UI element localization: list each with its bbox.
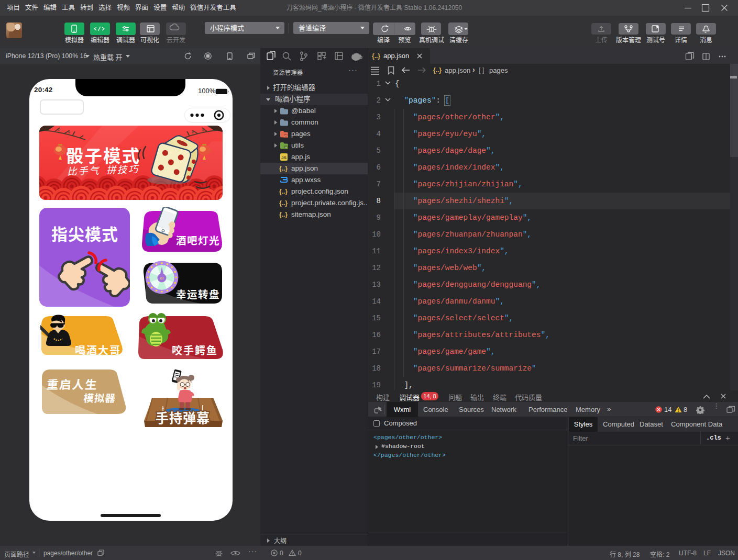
svg-text:JS: JS [281,155,287,160]
svg-text:手持弹幕: 手持弹幕 [156,408,210,427]
svg-text:比手气 拼技巧: 比手气 拼技巧 [67,162,140,178]
svg-text:<>: <> [284,135,288,138]
svg-text:+: + [285,145,288,150]
svg-text:喝酒大哥: 喝酒大哥 [75,342,121,357]
svg-text:60: 60 [160,276,164,280]
svg-text:酒吧灯光: 酒吧灯光 [176,232,220,248]
svg-text:咬手鳄鱼: 咬手鳄鱼 [172,342,218,357]
svg-text:模拟器: 模拟器 [83,390,117,405]
svg-text:幸运转盘: 幸运转盘 [176,286,220,301]
svg-text:指尖模式: 指尖模式 [51,221,118,245]
